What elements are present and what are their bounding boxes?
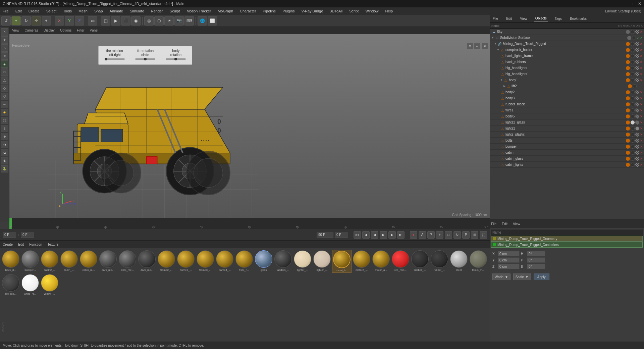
material-tab-create[interactable]: Create: [3, 243, 13, 246]
viewport-nav-fit[interactable]: ⊕: [467, 43, 473, 49]
toolbar-scene[interactable]: ◎: [144, 16, 154, 26]
material-tab-texture[interactable]: Texture: [48, 243, 59, 246]
material-cabin2[interactable]: cabin2_...: [40, 250, 59, 273]
obj-item-truck-rigged[interactable]: ▼ 🔗 Mining_Dump_Truck_Rigged ✕: [490, 41, 644, 47]
main-viewport[interactable]: View Cameras Display Options Filter Pane…: [9, 27, 490, 218]
material-rubber2[interactable]: rubber_...: [430, 250, 449, 273]
material-cabin-l[interactable]: cabin_l...: [60, 250, 78, 273]
sidebar-knife[interactable]: ⚡: [1, 109, 8, 116]
toolbar-camera[interactable]: 📷: [174, 16, 184, 26]
material-motor-a[interactable]: motor_a...: [372, 250, 390, 273]
timeline-track[interactable]: 0 10 20 30 40 50 60 70 80 90 0 F: [9, 218, 490, 229]
obj-item-body3[interactable]: △ body3 ✕: [490, 95, 644, 101]
sidebar-mode1[interactable]: ◈: [1, 60, 8, 68]
menu-simulate[interactable]: Simulate: [128, 8, 146, 14]
material-dark-me2[interactable]: dark_me...: [118, 250, 137, 273]
coord-h-value[interactable]: 0°: [527, 251, 545, 256]
coord-b-value[interactable]: 0°: [527, 264, 545, 269]
attr-tab-file[interactable]: File: [491, 222, 496, 226]
material-frame4[interactable]: frame4_...: [215, 250, 234, 273]
menu-help[interactable]: Help: [384, 8, 394, 14]
sidebar-move[interactable]: ✛: [1, 36, 8, 44]
toolbar-z[interactable]: Z: [75, 16, 84, 26]
viewport-tab-panel[interactable]: Panel: [90, 29, 99, 32]
material-frame2-1[interactable]: frame2_...: [157, 250, 176, 273]
obj-item-body5[interactable]: △ body5 ✕: [490, 113, 644, 119]
material-bumper[interactable]: bumper...: [21, 250, 40, 273]
material-back-ri[interactable]: back_ri...: [1, 250, 20, 273]
obj-tab-bookmarks[interactable]: Bookmarks: [569, 16, 588, 21]
sidebar-paint[interactable]: ✏: [1, 101, 8, 108]
menu-3dtoall[interactable]: 3DToAll: [328, 8, 344, 14]
coord-y-value[interactable]: 0 cm: [498, 257, 520, 263]
playback-play[interactable]: ▶: [380, 231, 387, 239]
viewport-tab-cameras[interactable]: Cameras: [25, 29, 39, 32]
obj-item-lights2-glass[interactable]: △ lights2_glass ✕: [490, 119, 644, 126]
apply-button[interactable]: Apply: [534, 273, 549, 280]
playback-mode2[interactable]: □: [445, 231, 452, 239]
menu-plugins[interactable]: Plugins: [281, 8, 296, 14]
obj-item-cabin-glass[interactable]: △ cabin_glass ✕: [490, 156, 644, 162]
toolbar-render[interactable]: ⬛: [121, 16, 130, 26]
obj-item-cabin[interactable]: △ cabin ✕: [490, 150, 644, 156]
obj-tab-edit[interactable]: Edit: [505, 16, 513, 21]
menu-motion-tracker[interactable]: Motion Tracker: [185, 8, 212, 14]
sidebar-sculpt[interactable]: ◔: [1, 141, 8, 148]
sidebar-rotate[interactable]: ↻: [1, 52, 8, 60]
scale-dropdown[interactable]: Scale ▼: [513, 273, 531, 280]
material-metal-b[interactable]: metal_b...: [332, 250, 352, 273]
obj-item-body1[interactable]: ▼ △ body1 ✕: [490, 77, 644, 83]
menu-animate[interactable]: Animate: [108, 8, 124, 14]
menu-file[interactable]: File: [1, 8, 10, 14]
obj-item-back-lights[interactable]: △ back_lights_frame ✕: [490, 53, 644, 59]
attr-tab-edit[interactable]: Edit: [502, 222, 507, 226]
obj-item-bolts[interactable]: △ bolts ✕: [490, 138, 644, 144]
playback-next-frame[interactable]: ▶: [388, 231, 396, 239]
coord-x-value[interactable]: 0 cm: [498, 251, 520, 256]
obj-item-cabin-lights[interactable]: △ cabin_lights ✕: [490, 162, 644, 168]
material-frame3[interactable]: frame3_...: [196, 250, 215, 273]
toolbar-add[interactable]: +: [11, 16, 21, 26]
material-tire-rub[interactable]: tire_rub...: [1, 273, 20, 296]
menu-mesh[interactable]: Mesh: [77, 8, 89, 14]
material-steel[interactable]: steel: [449, 250, 468, 273]
playback-auto[interactable]: A: [419, 231, 426, 239]
material-dark-me3[interactable]: dark_me...: [138, 250, 156, 273]
obj-tab-objects[interactable]: Objects: [534, 16, 548, 21]
obj-item-big-headlights[interactable]: △ big_headlights ✕: [490, 65, 644, 71]
toolbar-refresh[interactable]: ↻: [21, 16, 31, 26]
menu-sculpt[interactable]: Sculpt: [168, 8, 181, 14]
attr-item-controllers[interactable]: Mining_Dump_Truck_Rigged_Controllers: [491, 242, 643, 248]
total-frame-field[interactable]: 0 F: [335, 232, 348, 238]
obj-item-lights2[interactable]: △ lights2 ✕: [490, 126, 644, 132]
sidebar-mode4[interactable]: ◇: [1, 85, 8, 92]
material-white-re[interactable]: white_re...: [21, 273, 40, 296]
sidebar-magnet[interactable]: ⊕: [1, 133, 8, 140]
playback-mode3[interactable]: ↻: [453, 231, 461, 239]
material-yellow-l[interactable]: yellow_l...: [40, 273, 59, 296]
obj-item-holder[interactable]: ▼ △ dumptruck_holder ✕: [490, 47, 644, 53]
toolbar-render2[interactable]: ◉: [131, 16, 141, 26]
viewport-nav-look[interactable]: ⊘: [482, 43, 488, 49]
toolbar-deform[interactable]: ⌨: [184, 16, 194, 26]
sidebar-mode5[interactable]: ⬡: [1, 93, 8, 100]
toolbar-undo[interactable]: ↺: [1, 16, 11, 26]
obj-item-bumper[interactable]: △ bumper ✕: [490, 144, 644, 150]
menu-pipeline[interactable]: Pipeline: [261, 8, 277, 14]
toolbar-y[interactable]: Y: [65, 16, 74, 26]
obj-tab-tags[interactable]: Tags: [553, 16, 563, 21]
playback-record[interactable]: ●: [410, 231, 417, 239]
playback-settings[interactable]: ?: [427, 231, 435, 239]
toolbar-add2[interactable]: +: [42, 16, 51, 26]
viewport-tab-display[interactable]: Display: [44, 29, 55, 32]
obj-item-subdivision[interactable]: ▼ ⬡ Subdivision Surface ✓ ✓: [490, 35, 644, 41]
sidebar-python[interactable]: 🐍: [1, 165, 8, 172]
menu-select[interactable]: Select: [45, 8, 58, 14]
sidebar-select[interactable]: ↖: [1, 28, 8, 36]
sidebar-smooth[interactable]: ◒: [1, 149, 8, 156]
material-glass[interactable]: glass: [254, 250, 273, 273]
obj-tab-file[interactable]: File: [491, 16, 499, 21]
sidebar-mode3[interactable]: △: [1, 77, 8, 84]
menu-character[interactable]: Character: [238, 8, 257, 14]
toolbar-floor[interactable]: ⬜: [208, 16, 217, 26]
